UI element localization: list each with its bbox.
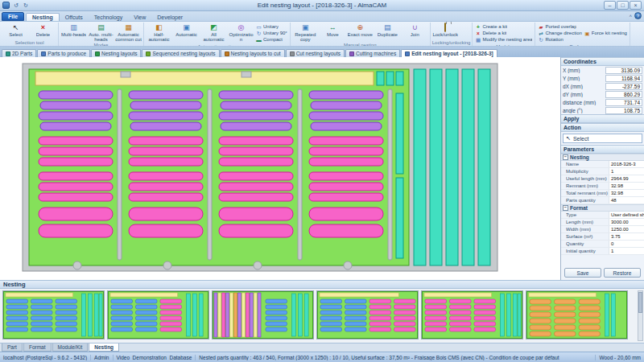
tab-cutting-machines[interactable]: Cutting machines bbox=[345, 49, 400, 57]
name-value-field[interactable]: 2018-326-3 bbox=[609, 161, 644, 167]
main-canvas[interactable] bbox=[0, 57, 561, 280]
help-icon[interactable]: ? bbox=[634, 12, 642, 19]
ribbon-tab-nesting[interactable]: Nesting bbox=[26, 13, 60, 21]
cutting-machines-icon bbox=[349, 51, 354, 56]
delete-icon: × bbox=[39, 23, 47, 32]
nesting-layout-drawing[interactable] bbox=[0, 57, 560, 280]
type-value-field[interactable]: User defined sheets bbox=[609, 212, 644, 218]
x-field[interactable]: 3136.09 bbox=[605, 67, 642, 74]
nesting-thumbnail-3[interactable] bbox=[212, 290, 314, 339]
collapse-ribbon-icon[interactable]: ˄ bbox=[629, 14, 632, 19]
tab-part[interactable]: Part bbox=[2, 343, 23, 352]
automatic-common-cut-button[interactable]: ▦ Automatic common cut bbox=[115, 23, 142, 42]
coordinate-row-distance: distance (mm) 731.74 bbox=[561, 98, 644, 106]
select-icon: ↖ bbox=[11, 23, 20, 32]
force-kit-nesting-button[interactable]: ▣ Force kit nesting bbox=[584, 30, 627, 36]
tab-cut-nesting-layouts[interactable]: Cut nesting layouts bbox=[286, 49, 345, 57]
thumbnail-scrollbar[interactable] bbox=[638, 290, 643, 341]
tab-nesting-layouts-to-cut[interactable]: Nesting layouts to cut bbox=[221, 49, 285, 57]
initial-quantity-value-field[interactable]: 1 bbox=[609, 248, 644, 254]
dx-field[interactable]: -237.59 bbox=[605, 83, 642, 90]
optimization-button[interactable]: ◎ Optimization bbox=[228, 23, 254, 43]
automatic-button[interactable]: ▣ Automatic bbox=[173, 23, 200, 43]
ribbon-tab-file[interactable]: File bbox=[2, 12, 24, 21]
tab-format[interactable]: Format bbox=[23, 343, 52, 352]
compact-button[interactable]: ▬ Compact bbox=[256, 36, 287, 43]
nesting-thumbnail-5[interactable] bbox=[421, 290, 523, 339]
modify-nesting-areas-button[interactable]: ▦ Modify the nesting areas bbox=[475, 36, 532, 43]
tab-edit-nesting-layout[interactable]: Edit nesting layout - [2018-326-3] bbox=[401, 49, 497, 57]
change-direction-toggle[interactable]: ⇄ Change direction bbox=[538, 30, 581, 36]
exact-move-button[interactable]: ⊕ Exact move bbox=[347, 23, 374, 42]
action-select-button[interactable]: ↖ Select bbox=[563, 134, 642, 143]
all-automatic-button[interactable]: ◩ All automatic bbox=[200, 23, 227, 43]
param-label: Parts quantity bbox=[566, 198, 609, 203]
half-automatic-icon: ◧ bbox=[155, 23, 163, 32]
group-label-locking: Locking/unlocking bbox=[432, 39, 471, 46]
ribbon-tab-offcuts[interactable]: Offcuts bbox=[60, 14, 89, 21]
create-kit-button[interactable]: + Create a kit bbox=[475, 23, 532, 30]
move-button[interactable]: ↔ Move bbox=[320, 23, 346, 42]
tab-2d-parts[interactable]: 2D Parts bbox=[2, 49, 36, 57]
join-label: Join bbox=[411, 32, 419, 37]
join-button[interactable]: ∪ Join bbox=[402, 23, 428, 42]
minimize-button[interactable]: – bbox=[604, 1, 616, 10]
duplicate-label: Duplicate bbox=[378, 32, 398, 37]
rotation-toggle[interactable]: ↻ Rotation bbox=[538, 36, 581, 43]
ported-overlap-toggle[interactable]: ▰ Ported overlap bbox=[538, 23, 581, 30]
length-value-field[interactable]: 3000.00 bbox=[609, 219, 644, 225]
tab-nesting[interactable]: Nesting bbox=[89, 343, 119, 352]
nesting-group-header[interactable]: − Nesting bbox=[561, 154, 644, 161]
collapse-icon[interactable]: − bbox=[563, 205, 568, 211]
nesting-thumbnail-6[interactable] bbox=[526, 290, 628, 339]
quantity-value-field[interactable]: 0 bbox=[609, 241, 644, 247]
format-group-header[interactable]: − Format bbox=[561, 204, 644, 212]
tab-cutting-machines-label: Cutting machines bbox=[356, 51, 396, 56]
ribbon-tab-view[interactable]: View bbox=[128, 14, 151, 21]
apply-button[interactable]: Apply bbox=[561, 114, 644, 123]
auto-multi-heads-button[interactable]: ▤ Auto. multi-heads bbox=[88, 23, 114, 42]
width-value-field[interactable]: 1250.00 bbox=[609, 226, 644, 232]
nesting-thumbnail-2[interactable] bbox=[107, 290, 209, 339]
multi-heads-button[interactable]: ▥ Multi-heads bbox=[60, 23, 87, 42]
save-button[interactable]: Save bbox=[564, 268, 601, 278]
surface-value-field[interactable]: 3.75 bbox=[609, 233, 644, 240]
dy-field[interactable]: 860.29 bbox=[605, 91, 642, 98]
select-button[interactable]: ↖ Select bbox=[2, 23, 29, 39]
ported-overlap-label: Ported overlap bbox=[545, 24, 576, 29]
tab-nesting-layouts[interactable]: Nesting layouts bbox=[91, 49, 141, 57]
remnant-value-field[interactable]: 32.98 bbox=[609, 183, 644, 189]
half-automatic-button[interactable]: ◧ Half-automatic bbox=[146, 23, 172, 43]
nesting-thumbnail-4[interactable] bbox=[316, 290, 419, 339]
tab-parts-to-produce[interactable]: Parts to produce bbox=[37, 49, 90, 57]
maximize-button[interactable]: □ bbox=[617, 1, 629, 10]
useful-length-value-field[interactable]: 2964.99 bbox=[609, 175, 644, 182]
param-label: Total remnant (mm) bbox=[566, 191, 609, 195]
ribbon-tab-developer[interactable]: Developer bbox=[151, 14, 188, 21]
unitary-90-button[interactable]: ↻ Unitary 90° bbox=[256, 30, 287, 36]
ribbon-tab-technology[interactable]: Technology bbox=[89, 14, 128, 21]
total-remnant-value-field[interactable]: 32.98 bbox=[609, 190, 644, 196]
tab-sequenced-nesting-layouts[interactable]: Sequenced nesting layouts bbox=[142, 49, 219, 57]
multiplicity-value-field[interactable]: 1 bbox=[609, 168, 644, 175]
distance-field[interactable]: 731.74 bbox=[605, 99, 642, 106]
delete-button[interactable]: × Delete bbox=[30, 23, 56, 39]
angle-field[interactable]: 108.75 bbox=[605, 107, 642, 114]
delete-kit-button[interactable]: × Delete a kit bbox=[475, 30, 532, 36]
lock-unlock-button[interactable]: Lock/unlock bbox=[432, 23, 459, 39]
tab-sequenced-nesting-layouts-label: Sequenced nesting layouts bbox=[152, 51, 215, 56]
param-label: Surface (m²) bbox=[566, 234, 609, 239]
duplicate-button[interactable]: ▤ Duplicate bbox=[374, 23, 401, 42]
optimization-label: Optimization bbox=[228, 32, 254, 42]
parts-quantity-value-field[interactable]: 48 bbox=[609, 197, 644, 204]
restore-button[interactable]: Restore bbox=[604, 268, 641, 278]
auto-multi-heads-label: Auto. multi-heads bbox=[88, 32, 114, 42]
unitary-button[interactable]: ▭ Unitary bbox=[256, 23, 287, 30]
tab-module-kit[interactable]: Module/Kit bbox=[52, 343, 89, 352]
collapse-icon[interactable]: − bbox=[563, 154, 568, 160]
close-button[interactable]: × bbox=[630, 1, 642, 10]
y-field[interactable]: 1168.94 bbox=[605, 75, 642, 82]
repeated-copy-button[interactable]: ▣ Repeated copy bbox=[292, 23, 319, 42]
param-row-name: Name 2018-326-3 bbox=[561, 161, 644, 168]
nesting-thumbnail-1[interactable] bbox=[2, 290, 105, 339]
